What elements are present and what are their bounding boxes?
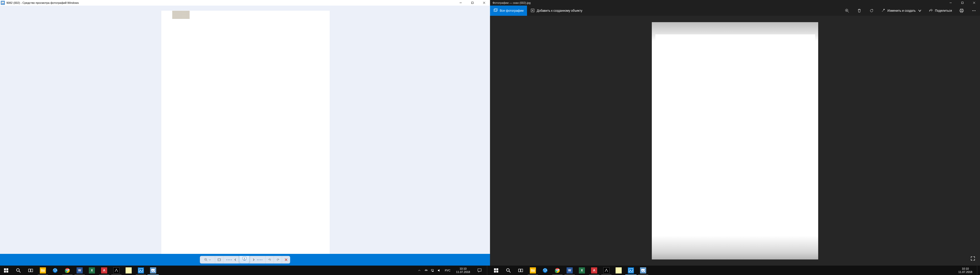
show-desktop-button[interactable] (977, 266, 978, 275)
more-icon (972, 8, 976, 13)
trash-icon (857, 8, 862, 13)
sticky-notes-button[interactable] (612, 266, 625, 275)
photos-app-window: Фотографии — скан (002).jpg Все фотограф… (490, 0, 980, 266)
close-button[interactable] (968, 0, 980, 6)
search-button[interactable] (12, 266, 24, 275)
chrome-button[interactable] (61, 266, 73, 275)
share-button[interactable]: Поделиться (925, 6, 956, 16)
svg-rect-26 (495, 9, 497, 11)
close-button[interactable] (478, 0, 490, 6)
folder-icon (40, 267, 46, 273)
all-photos-label: Все фотографии (500, 9, 523, 13)
autocad-button[interactable]: A (588, 266, 600, 275)
autocad-icon: A (591, 267, 597, 273)
svg-rect-37 (494, 270, 496, 272)
share-icon (929, 8, 933, 13)
svg-rect-0 (2, 2, 4, 4)
svg-rect-4 (218, 259, 221, 261)
onedrive-icon[interactable] (424, 269, 428, 272)
network-icon[interactable] (431, 269, 434, 272)
wpv-scan-edge-artifact (172, 11, 189, 19)
show-desktop-button[interactable] (487, 266, 488, 275)
start-button[interactable] (490, 266, 502, 275)
volume-icon[interactable] (437, 269, 441, 272)
wpv-taskbar-button[interactable] (147, 266, 159, 275)
dark-app-button[interactable] (110, 266, 123, 275)
add-to-creation-button[interactable]: Добавить к созданному объекту (527, 6, 586, 16)
action-center-button[interactable] (475, 266, 484, 275)
svg-point-1 (2, 2, 3, 3)
wpv-app-icon (1, 1, 5, 5)
search-button[interactable] (502, 266, 514, 275)
svg-point-46 (557, 270, 558, 271)
previous-button[interactable] (223, 256, 239, 264)
excel-button[interactable]: X (576, 266, 588, 275)
svg-rect-35 (494, 268, 496, 270)
language-indicator[interactable]: РУС (444, 269, 452, 272)
file-explorer-button[interactable] (527, 266, 539, 275)
add-icon (531, 8, 535, 13)
rotate-icon (869, 8, 874, 13)
word-button[interactable]: W (73, 266, 86, 275)
clock[interactable]: 10:10 11.07.2018 (454, 267, 472, 273)
svg-rect-41 (521, 269, 523, 272)
wpv-taskbar-button[interactable] (637, 266, 649, 275)
rotate-ccw-button[interactable] (266, 256, 274, 264)
dark-app-button[interactable] (600, 266, 612, 275)
svg-rect-7 (4, 268, 6, 270)
clock-date: 11.07.2018 (456, 270, 470, 274)
word-button[interactable]: W (563, 266, 576, 275)
excel-button[interactable]: X (86, 266, 98, 275)
wpv-icon (150, 267, 156, 273)
wpv-title-text: 9082 (002) - Средство просмотра фотограф… (6, 1, 455, 4)
more-button[interactable] (968, 6, 980, 16)
edge-button[interactable] (539, 266, 551, 275)
fullscreen-button[interactable] (968, 254, 977, 263)
chevron-down-icon (918, 9, 922, 13)
system-tray: РУС 10:10 11.07.2018 (416, 266, 490, 275)
svg-rect-2 (472, 2, 473, 4)
task-view-button[interactable] (514, 266, 527, 275)
svg-rect-22 (431, 269, 433, 271)
photos-taskbar-button[interactable] (135, 266, 147, 275)
wpv-controls-cluster (200, 256, 290, 264)
word-icon: W (76, 267, 83, 273)
photos-taskbar-button[interactable] (625, 266, 637, 275)
tray-chevron-up-icon[interactable] (417, 269, 422, 272)
autocad-button[interactable]: A (98, 266, 110, 275)
fit-to-window-button[interactable] (215, 256, 223, 264)
wpv-icon (640, 267, 646, 273)
maximize-button[interactable] (956, 0, 968, 6)
minimize-button[interactable] (945, 0, 956, 6)
zoom-button[interactable] (841, 6, 853, 16)
delete-button[interactable] (853, 6, 865, 16)
svg-rect-24 (962, 2, 963, 4)
task-view-button[interactable] (24, 266, 37, 275)
sticky-notes-button[interactable] (123, 266, 135, 275)
sticky-icon (616, 267, 622, 273)
edit-and-create-button[interactable]: Изменить и создать (878, 6, 925, 16)
taskbar-left: W X A РУС 10:10 11.07.2018 (0, 266, 490, 275)
start-button[interactable] (0, 266, 12, 275)
photos-title-text: Фотографии — скан (002).jpg (493, 1, 945, 4)
print-button[interactable] (956, 6, 968, 16)
svg-rect-8 (6, 268, 8, 270)
slideshow-button[interactable] (239, 256, 250, 264)
clock[interactable]: 10:10 11.07.2018 (956, 267, 974, 273)
chrome-button[interactable] (551, 266, 563, 275)
photos-command-bar: Все фотографии Добавить к созданному объ… (490, 6, 980, 16)
edge-button[interactable] (49, 266, 61, 275)
next-button[interactable] (250, 256, 266, 264)
clock-time: 10:10 (456, 267, 470, 270)
dark-app-icon (603, 267, 609, 273)
zoom-out-button[interactable] (200, 256, 215, 264)
minimize-button[interactable] (455, 0, 466, 6)
all-photos-button[interactable]: Все фотографии (490, 6, 527, 16)
delete-button[interactable] (282, 256, 290, 264)
rotate-cw-button[interactable] (274, 256, 282, 264)
clock-time: 10:10 (958, 267, 972, 270)
file-explorer-button[interactable] (37, 266, 49, 275)
rotate-button[interactable] (865, 6, 878, 16)
photos-icon (628, 267, 634, 273)
maximize-button[interactable] (466, 0, 478, 6)
